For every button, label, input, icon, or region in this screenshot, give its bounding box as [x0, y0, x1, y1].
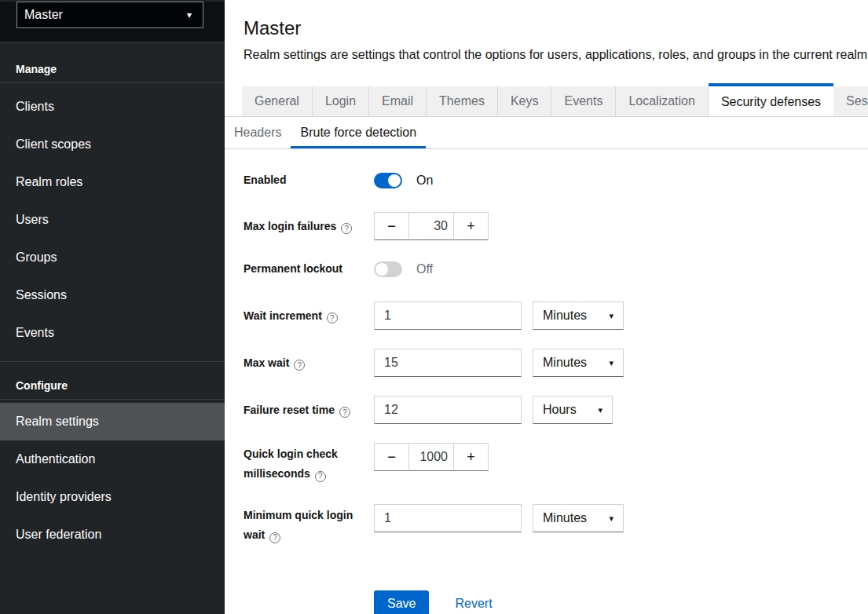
nav-section-configure-title: Configure: [0, 362, 225, 399]
chevron-down-icon: ▾: [598, 405, 602, 415]
quick-login-check-label: Quick login check milliseconds?: [244, 443, 374, 484]
form-row-minimum-quick-login-wait: Minimum quick login wait? Minutes ▾: [244, 504, 868, 545]
form-row-max-login-failures: Max login failures? − 30 +: [244, 212, 868, 240]
nav-section-manage: Manage Clients Client scopes Realm roles…: [0, 42, 225, 361]
sidebar-top: Master ▾: [0, 2, 225, 42]
plus-icon[interactable]: +: [453, 212, 489, 240]
failure-reset-time-unit-select[interactable]: Hours ▾: [533, 396, 613, 424]
sidebar-item-authentication[interactable]: Authentication: [0, 440, 225, 478]
help-icon[interactable]: ?: [327, 312, 338, 323]
quick-login-check-value[interactable]: 1000: [408, 443, 454, 471]
permanent-lockout-toggle[interactable]: [374, 261, 402, 277]
tab-general[interactable]: General: [242, 86, 313, 116]
minimum-quick-login-wait-unit-select[interactable]: Minutes ▾: [533, 504, 624, 532]
brute-force-detection-form: Enabled On Max login failures? − 30 +: [225, 149, 868, 614]
form-row-wait-increment: Wait increment? Minutes ▾: [244, 302, 868, 330]
minimum-quick-login-wait-label-line1: Minimum quick login: [244, 506, 374, 525]
quick-login-check-label-line1: Quick login check: [244, 444, 374, 464]
tab-events[interactable]: Events: [551, 86, 616, 116]
tab-security-defenses[interactable]: Security defenses: [709, 83, 833, 117]
help-icon[interactable]: ?: [315, 471, 326, 482]
page-header: Master Realm settings are settings that …: [225, 0, 868, 62]
tab-login[interactable]: Login: [313, 86, 369, 116]
max-wait-unit-select[interactable]: Minutes ▾: [533, 349, 624, 377]
enabled-toggle[interactable]: [374, 173, 402, 188]
page-description: Realm settings are settings that control…: [244, 48, 868, 62]
wait-increment-label: Wait increment?: [244, 306, 374, 326]
select-value: Minutes: [543, 309, 587, 323]
form-actions: Save Revert: [374, 590, 868, 614]
minimum-quick-login-wait-label: Minimum quick login wait?: [244, 504, 374, 545]
nav-section-configure: Configure Realm settings Authentication …: [0, 361, 225, 563]
help-icon[interactable]: ?: [269, 532, 280, 543]
help-icon[interactable]: ?: [294, 360, 305, 371]
wait-increment-unit-select[interactable]: Minutes ▾: [533, 302, 624, 330]
select-value: Minutes: [543, 511, 587, 525]
max-login-failures-label-text: Max login failures: [244, 220, 336, 232]
minimum-quick-login-wait-label-line2: wait: [244, 528, 265, 541]
sidebar-item-groups[interactable]: Groups: [0, 239, 225, 276]
max-login-failures-value[interactable]: 30: [408, 212, 454, 240]
max-login-failures-stepper: − 30 +: [374, 212, 489, 240]
revert-button[interactable]: Revert: [455, 597, 492, 611]
subtab-headers[interactable]: Headers: [225, 117, 291, 148]
enabled-label: Enabled: [244, 170, 374, 190]
enabled-label-text: Enabled: [244, 174, 286, 186]
sidebar-item-realm-roles[interactable]: Realm roles: [0, 163, 225, 201]
tab-email[interactable]: Email: [369, 86, 427, 116]
permanent-lockout-label-text: Permanent lockout: [244, 262, 342, 275]
sidebar-item-clients[interactable]: Clients: [0, 88, 225, 126]
sidebar-item-identity-providers[interactable]: Identity providers: [0, 478, 225, 516]
max-wait-input[interactable]: [374, 349, 522, 377]
subtab-bar: Headers Brute force detection: [225, 117, 868, 149]
help-icon[interactable]: ?: [339, 407, 350, 418]
max-wait-label: Max wait?: [244, 353, 374, 373]
save-button[interactable]: Save: [374, 590, 429, 614]
max-wait-label-text: Max wait: [244, 356, 289, 369]
permanent-lockout-label: Permanent lockout: [244, 259, 374, 279]
tab-bar: General Login Email Themes Keys Events L…: [225, 83, 868, 117]
toggle-knob: [375, 263, 388, 276]
form-row-permanent-lockout: Permanent lockout Off: [244, 259, 868, 279]
failure-reset-time-input[interactable]: [374, 396, 522, 424]
form-row-max-wait: Max wait? Minutes ▾: [244, 349, 868, 377]
minimum-quick-login-wait-input[interactable]: [374, 504, 522, 532]
realm-selector[interactable]: Master ▾: [16, 2, 203, 28]
sidebar-item-users[interactable]: Users: [0, 201, 225, 239]
tab-themes[interactable]: Themes: [427, 86, 498, 116]
minus-icon[interactable]: −: [374, 212, 409, 240]
failure-reset-time-label: Failure reset time?: [244, 400, 374, 420]
sidebar-item-sessions[interactable]: Sessions: [0, 276, 225, 314]
help-icon[interactable]: ?: [341, 223, 352, 234]
form-row-quick-login-check: Quick login check milliseconds? − 1000 +: [244, 443, 868, 484]
sidebar-item-events[interactable]: Events: [0, 314, 225, 352]
form-row-failure-reset-time: Failure reset time? Hours ▾: [244, 396, 868, 424]
plus-icon[interactable]: +: [453, 443, 489, 471]
select-value: Hours: [543, 403, 577, 417]
quick-login-check-label-line2: milliseconds: [244, 467, 310, 480]
tab-keys[interactable]: Keys: [498, 86, 552, 116]
wait-increment-input[interactable]: [374, 302, 522, 330]
permanent-lockout-state-label: Off: [416, 262, 433, 276]
wait-increment-label-text: Wait increment: [244, 309, 322, 322]
minus-icon[interactable]: −: [374, 443, 409, 471]
main-content: Master Realm settings are settings that …: [225, 0, 868, 614]
page-title: Master: [244, 17, 868, 39]
quick-login-check-stepper: − 1000 +: [374, 443, 489, 471]
sidebar: Master ▾ Manage Clients Client scopes Re…: [0, 0, 225, 614]
toggle-knob: [388, 174, 401, 187]
sidebar-item-client-scopes[interactable]: Client scopes: [0, 126, 225, 163]
failure-reset-time-label-text: Failure reset time: [244, 404, 335, 416]
subtab-brute-force-detection[interactable]: Brute force detection: [291, 117, 426, 148]
sidebar-item-realm-settings[interactable]: Realm settings: [0, 403, 225, 440]
sidebar-item-user-federation[interactable]: User federation: [0, 516, 225, 554]
select-value: Minutes: [543, 356, 587, 370]
tab-localization[interactable]: Localization: [616, 86, 709, 116]
chevron-down-icon: ▾: [609, 311, 613, 321]
enabled-state-label: On: [416, 174, 433, 188]
realm-selector-value: Master: [24, 8, 63, 22]
max-login-failures-label: Max login failures?: [244, 217, 374, 236]
chevron-down-icon: ▾: [187, 9, 192, 20]
tab-sessions[interactable]: Sessions: [833, 86, 868, 116]
keycloak-admin-console: Master ▾ Manage Clients Client scopes Re…: [0, 0, 868, 614]
